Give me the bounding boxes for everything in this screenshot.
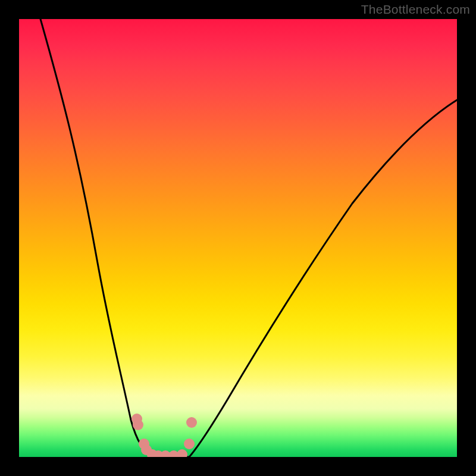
curve-left-branch [40, 19, 155, 457]
curve-right-branch [189, 100, 457, 457]
watermark-text: TheBottleneck.com [361, 2, 470, 17]
marker-dot [133, 419, 143, 430]
chart-svg [19, 19, 457, 457]
marker-dot [186, 417, 197, 428]
outer-frame: TheBottleneck.com [0, 0, 476, 476]
marker-dot [177, 449, 187, 457]
marker-group [131, 414, 197, 457]
plot-area [19, 19, 457, 457]
marker-dot [184, 439, 195, 449]
